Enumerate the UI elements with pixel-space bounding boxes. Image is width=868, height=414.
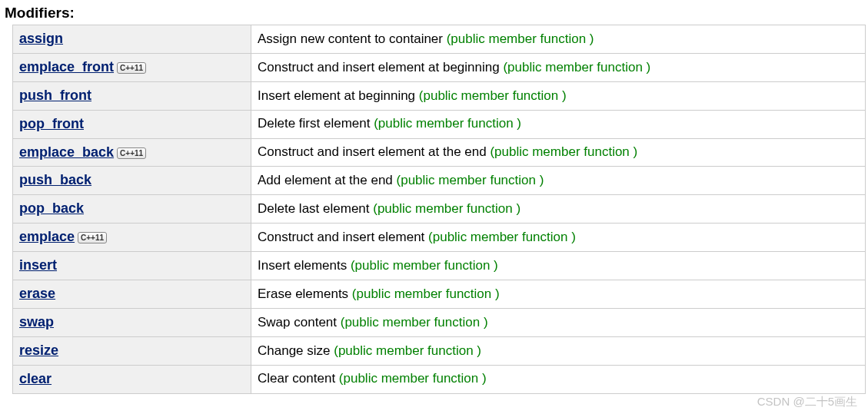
function-desc-cell: Change size (public member function ) — [251, 336, 866, 365]
function-link-emplace_front[interactable]: emplace_front — [19, 59, 114, 75]
function-name-cell: push_front — [13, 81, 251, 110]
function-desc-cell: Erase elements (public member function ) — [251, 280, 866, 309]
table-row: eraseErase elements (public member funct… — [13, 280, 866, 309]
function-desc-text: Delete last element — [258, 201, 373, 216]
function-desc-text: Swap content — [258, 315, 341, 330]
function-desc-text: Assign new content to container — [258, 31, 447, 46]
function-desc-text: Delete first element — [258, 116, 374, 131]
function-annotation: (public member function ) — [373, 201, 520, 216]
function-link-emplace[interactable]: emplace — [19, 229, 75, 244]
table-row: swapSwap content (public member function… — [13, 308, 866, 336]
function-desc-cell: Construct and insert element (public mem… — [251, 224, 866, 252]
function-annotation: (public member function ) — [334, 343, 481, 358]
table-row: resizeChange size (public member functio… — [13, 336, 866, 365]
function-link-pop_back[interactable]: pop_back — [19, 200, 84, 216]
function-desc-cell: Swap content (public member function ) — [251, 308, 866, 336]
function-name-cell: erase — [13, 280, 251, 309]
function-desc-text: Add element at the end — [258, 173, 397, 187]
table-row: clearClear content (public member functi… — [13, 365, 866, 393]
function-name-cell: insert — [13, 252, 251, 280]
table-row: emplace_frontC++11Construct and insert e… — [13, 53, 866, 81]
function-desc-cell: Insert elements (public member function … — [251, 252, 866, 280]
section-title: Modifiers: — [3, 5, 865, 22]
function-desc-text: Insert element at beginning — [258, 88, 419, 103]
table-row: pop_backDelete last element (public memb… — [13, 195, 866, 224]
watermark: CSDN @二十5画生 — [757, 395, 857, 397]
function-desc-cell: Construct and insert element at beginnin… — [251, 53, 866, 81]
table-row: emplace_backC++11Construct and insert el… — [13, 138, 866, 167]
function-annotation: (public member function ) — [374, 116, 521, 131]
function-desc-text: Construct and insert element at beginnin… — [258, 60, 503, 75]
cpp11-badge-icon: C++11 — [78, 232, 107, 243]
function-link-assign[interactable]: assign — [19, 31, 63, 46]
function-desc-text: Insert elements — [258, 258, 351, 273]
table-row: assignAssign new content to container (p… — [13, 25, 866, 54]
function-name-cell: clear — [13, 365, 251, 393]
function-annotation: (public member function ) — [351, 258, 498, 273]
table-row: pop_frontDelete first element (public me… — [13, 110, 866, 138]
function-desc-text: Construct and insert element — [258, 230, 428, 244]
function-name-cell: pop_back — [13, 195, 251, 224]
function-desc-cell: Delete first element (public member func… — [251, 110, 866, 138]
function-desc-text: Construct and insert element at the end — [258, 144, 490, 159]
function-desc-text: Erase elements — [258, 286, 352, 301]
function-link-emplace_back[interactable]: emplace_back — [19, 144, 114, 160]
function-annotation: (public member function ) — [352, 286, 500, 301]
function-link-erase[interactable]: erase — [19, 286, 55, 301]
cpp11-badge-icon: C++11 — [117, 147, 146, 159]
function-annotation: (public member function ) — [428, 230, 576, 244]
function-name-cell: emplace_frontC++11 — [13, 53, 251, 81]
function-link-clear[interactable]: clear — [19, 371, 52, 386]
function-annotation: (public member function ) — [419, 88, 567, 103]
function-link-insert[interactable]: insert — [19, 257, 57, 273]
function-desc-cell: Insert element at beginning (public memb… — [251, 81, 866, 110]
function-name-cell: emplaceC++11 — [13, 224, 251, 252]
table-row: push_frontInsert element at beginning (p… — [13, 81, 866, 110]
table-row: insertInsert elements (public member fun… — [13, 252, 866, 280]
function-link-swap[interactable]: swap — [19, 314, 54, 330]
function-annotation: (public member function ) — [341, 315, 488, 330]
function-desc-cell: Assign new content to container (public … — [251, 25, 866, 54]
function-name-cell: emplace_backC++11 — [13, 138, 251, 167]
function-name-cell: resize — [13, 336, 251, 365]
function-desc-cell: Clear content (public member function ) — [251, 365, 866, 393]
function-desc-cell: Delete last element (public member funct… — [251, 195, 866, 224]
function-link-pop_front[interactable]: pop_front — [19, 116, 84, 131]
function-name-cell: swap — [13, 308, 251, 336]
function-name-cell: assign — [13, 25, 251, 54]
modifiers-table: assignAssign new content to container (p… — [12, 25, 866, 394]
function-link-push_front[interactable]: push_front — [19, 88, 91, 103]
function-desc-text: Change size — [258, 343, 334, 358]
function-link-resize[interactable]: resize — [19, 343, 58, 358]
function-link-push_back[interactable]: push_back — [19, 172, 91, 187]
function-desc-text: Clear content — [258, 371, 339, 386]
function-annotation: (public member function ) — [490, 144, 637, 159]
function-name-cell: push_back — [13, 167, 251, 195]
function-annotation: (public member function ) — [447, 31, 594, 46]
function-desc-cell: Construct and insert element at the end … — [251, 138, 866, 167]
function-annotation: (public member function ) — [503, 60, 650, 75]
function-name-cell: pop_front — [13, 110, 251, 138]
function-annotation: (public member function ) — [339, 371, 487, 386]
function-annotation: (public member function ) — [397, 173, 544, 187]
table-row: emplaceC++11Construct and insert element… — [13, 224, 866, 252]
function-desc-cell: Add element at the end (public member fu… — [251, 167, 866, 195]
cpp11-badge-icon: C++11 — [117, 62, 146, 74]
table-row: push_backAdd element at the end (public … — [13, 167, 866, 195]
